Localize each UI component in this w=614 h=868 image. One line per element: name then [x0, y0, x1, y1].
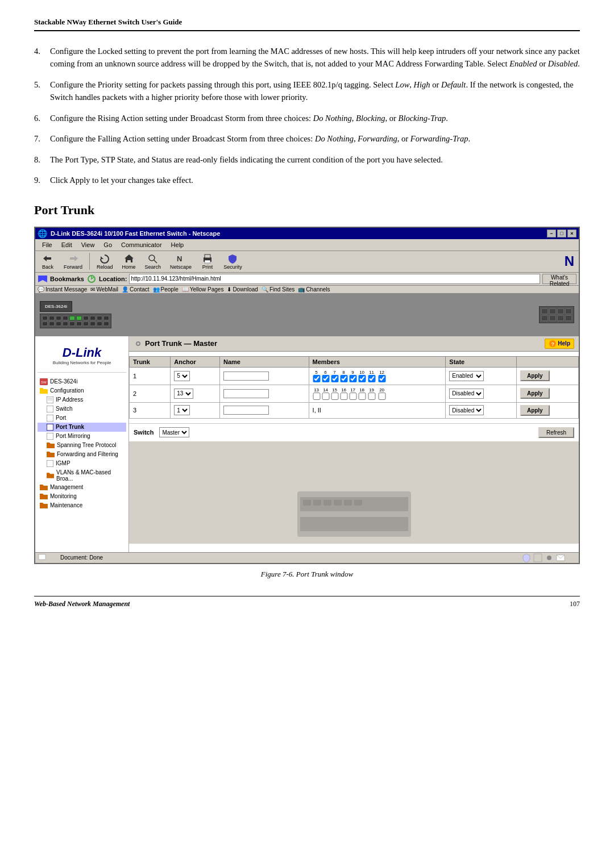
- member-cb-1-9[interactable]: [349, 375, 357, 382]
- switch-section: Switch Master Refresh: [129, 423, 579, 441]
- print-button[interactable]: Print: [197, 252, 218, 271]
- trunk-name-input-2[interactable]: [223, 389, 269, 398]
- port-row-right-bottom: [541, 315, 572, 321]
- list-num-7: 7.: [34, 132, 50, 145]
- member-cb-2-15[interactable]: [331, 393, 339, 400]
- port-2: [49, 316, 55, 320]
- state-select-1[interactable]: Enabled Disabled: [449, 371, 484, 381]
- sidebar-item-igmp[interactable]: IGMP: [38, 459, 126, 468]
- menu-help[interactable]: Help: [167, 240, 189, 249]
- sidebar-item-switch[interactable]: Switch: [38, 404, 126, 414]
- member-cb-2-14[interactable]: [322, 393, 330, 400]
- port-13: [56, 322, 61, 326]
- trunk-name-input-1[interactable]: [223, 372, 269, 381]
- bookmark-contact[interactable]: 👤 Contact: [122, 286, 149, 293]
- member-cb-2-18[interactable]: [358, 393, 366, 400]
- member-cb-2-20[interactable]: [377, 393, 387, 400]
- svg-rect-6: [205, 260, 210, 263]
- menu-edit[interactable]: Edit: [57, 240, 77, 249]
- member-cb-1-6[interactable]: [322, 375, 330, 382]
- port-10: [103, 316, 109, 320]
- trunk-num-2: 2: [130, 385, 171, 402]
- svg-rect-24: [300, 517, 408, 531]
- back-button[interactable]: Back: [38, 252, 58, 271]
- download-icon: ⬇: [227, 286, 231, 293]
- close-button[interactable]: ×: [567, 229, 576, 237]
- sidebar-item-maintenance[interactable]: Maintenance: [38, 501, 126, 510]
- members-header-1: 5 6 7 8 9 10 11 12: [313, 370, 442, 382]
- browser-icon: 🌐: [38, 229, 47, 238]
- anchor-select-1[interactable]: 5: [174, 371, 190, 381]
- port-7: [83, 316, 89, 320]
- sidebar-item-management[interactable]: Management: [38, 483, 126, 492]
- member-cb-1-7[interactable]: [331, 375, 339, 382]
- webmail-icon: ✉: [90, 286, 95, 293]
- maximize-button[interactable]: □: [557, 229, 566, 237]
- member-cb-1-12[interactable]: [377, 375, 387, 382]
- sidebar-item-monitoring[interactable]: Monitoring: [38, 492, 126, 501]
- member-cb-2-16[interactable]: [340, 393, 348, 400]
- security-button[interactable]: Security: [220, 252, 246, 271]
- forward-button[interactable]: Forward: [60, 252, 86, 271]
- bookmark-yellow-pages[interactable]: 📖 Yellow Pages: [182, 286, 224, 293]
- member-cb-2-13[interactable]: [313, 393, 321, 400]
- location-input[interactable]: [129, 274, 540, 284]
- port-5: [69, 316, 75, 320]
- menu-file[interactable]: File: [38, 240, 57, 249]
- netscape-button[interactable]: N Netscape: [167, 252, 195, 271]
- trunk-name-1: [220, 367, 309, 385]
- member-cb-2-19[interactable]: [367, 393, 376, 400]
- menu-view[interactable]: View: [77, 240, 99, 249]
- member-cb-1-8[interactable]: [340, 375, 348, 382]
- search-button[interactable]: Search: [142, 252, 165, 271]
- sidebar-item-portmirroring[interactable]: Port Mirroring: [38, 432, 126, 441]
- sidebar-item-des3624i[interactable]: SW DES-3624i: [38, 377, 126, 386]
- status-text: Document: Done: [60, 554, 103, 561]
- sidebar-item-vlans[interactable]: VLANs & MAC-based Broa...: [38, 468, 126, 483]
- refresh-button[interactable]: Refresh: [538, 427, 574, 438]
- bookmark-instant-message[interactable]: 💬 Instant Message: [38, 286, 87, 293]
- sidebar-item-spanningtree[interactable]: Spanning Tree Protocol: [38, 441, 126, 450]
- reload-button[interactable]: Reload: [93, 252, 117, 271]
- menu-communicator[interactable]: Communicator: [117, 240, 167, 249]
- netscape-label: Netscape: [170, 264, 192, 270]
- port-3: [56, 316, 61, 320]
- trunk-name-input-3[interactable]: [223, 406, 269, 415]
- bookmark-webmail[interactable]: ✉ WebMail: [90, 286, 118, 293]
- apply-button-3[interactable]: Apply: [520, 405, 550, 416]
- apply-button-1[interactable]: Apply: [520, 370, 550, 381]
- sidebar-item-configuration[interactable]: Configuration: [38, 386, 126, 395]
- italic-forwarding: Forwarding: [358, 134, 397, 143]
- anchor-select-2[interactable]: 13: [174, 389, 193, 399]
- member-cb-1-10[interactable]: [358, 375, 366, 382]
- apply-button-2[interactable]: Apply: [520, 388, 550, 399]
- member-cb-1-11[interactable]: [367, 375, 376, 382]
- bookmark-download[interactable]: ⬇ Download: [227, 286, 258, 293]
- minimize-button[interactable]: −: [547, 229, 556, 237]
- bookmark-find-sites[interactable]: 🔍 Find Sites: [262, 286, 294, 293]
- member-cb-1-5[interactable]: [313, 375, 321, 382]
- page-container: Stackable NWay Ethernet Switch User's Gu…: [0, 0, 614, 631]
- switch-select[interactable]: Master: [159, 427, 189, 437]
- browser-menubar: File Edit View Go Communicator Help: [35, 239, 579, 251]
- port-18: [90, 322, 96, 326]
- page-icon-port: [47, 415, 53, 422]
- sidebar-item-porttrunk[interactable]: Port Trunk: [38, 423, 126, 432]
- sidebar-item-forwarding[interactable]: Forwarding and Filtering: [38, 450, 126, 459]
- anchor-select-3[interactable]: 1: [174, 405, 190, 415]
- help-button[interactable]: ? Help: [545, 339, 574, 349]
- state-select-2[interactable]: Enabled Disabled: [449, 389, 484, 399]
- sidebar-item-ipaddress[interactable]: IP Address: [38, 395, 126, 404]
- bookmark-icon: [38, 275, 48, 283]
- member-cb-2-17[interactable]: [349, 393, 357, 400]
- menu-go[interactable]: Go: [99, 240, 117, 249]
- state-select-3[interactable]: Enabled Disabled: [449, 405, 484, 415]
- bookmark-channels[interactable]: 📺 Channels: [298, 286, 330, 293]
- background-switch-visual: [297, 491, 411, 538]
- settings-status-icon: [567, 553, 576, 562]
- list-content-6: Configure the Rising Action setting unde…: [50, 112, 580, 124]
- whats-related-button[interactable]: What's Related: [542, 274, 576, 284]
- sidebar-item-port[interactable]: Port: [38, 414, 126, 423]
- bookmark-people[interactable]: 👥 People: [153, 286, 179, 293]
- home-button[interactable]: Home: [119, 252, 139, 271]
